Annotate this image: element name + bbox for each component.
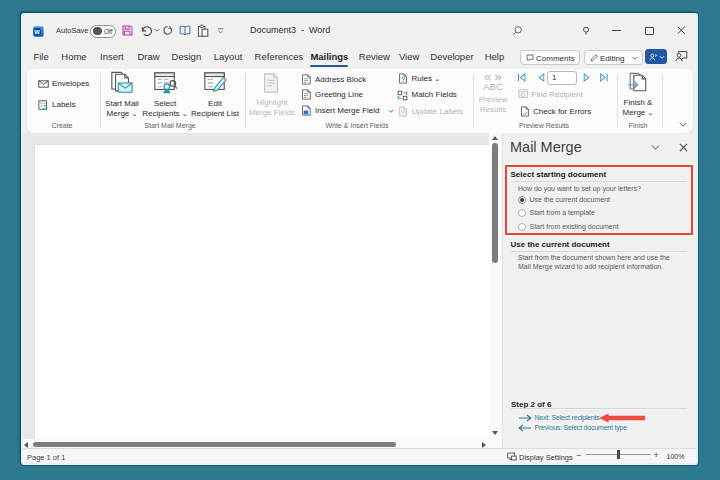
svg-text:?: ? (401, 76, 405, 83)
svg-text:W: W (34, 29, 40, 35)
svg-text:ABC: ABC (483, 81, 503, 92)
